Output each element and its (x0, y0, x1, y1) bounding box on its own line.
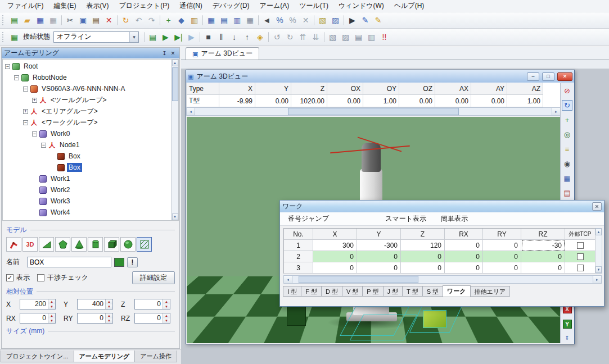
save-icon[interactable]: ▦ (47, 14, 60, 27)
work-cell-rz[interactable]: -30 (521, 240, 565, 251)
scroll-thumb[interactable] (299, 276, 419, 283)
emergency-icon[interactable]: !! (378, 30, 391, 43)
open-folder-icon[interactable]: ▰ (21, 14, 34, 27)
refresh-icon[interactable]: ↻ (119, 14, 132, 27)
work-cell-rz[interactable]: 0 (521, 262, 565, 274)
menu-item[interactable]: 編集(E) (48, 0, 81, 12)
pan-view-icon[interactable]: + (562, 115, 572, 125)
dialog-titlebar[interactable]: ワーク ✕ (280, 201, 604, 212)
sphere-shape-icon[interactable] (120, 237, 136, 252)
separator[interactable] (314, 15, 314, 25)
scroll-up-icon[interactable] (596, 229, 602, 235)
spin-down-icon[interactable] (48, 319, 55, 324)
scroll-thumb[interactable] (172, 67, 178, 101)
wedge-shape-icon[interactable] (39, 237, 54, 252)
work-cell-x[interactable]: 0 (313, 262, 357, 274)
simple-display-button[interactable]: 簡単表示 (437, 212, 472, 225)
import-3d-icon[interactable]: 3D (22, 237, 38, 252)
number-jump-button[interactable]: 番号ジャンプ (284, 212, 333, 225)
chart-view-icon[interactable]: ▤ (562, 188, 572, 198)
spin-up-icon[interactable] (163, 299, 170, 304)
tree-expander-icon[interactable] (32, 98, 37, 103)
work-cell-external-tcp[interactable] (565, 251, 596, 262)
close-button[interactable]: ✕ (557, 72, 572, 81)
run-to-end-icon[interactable]: ▶| (172, 30, 185, 43)
monitor2-icon[interactable]: ▨ (339, 30, 352, 43)
separator[interactable] (344, 15, 344, 25)
save-all-icon[interactable]: ▦ (34, 14, 47, 27)
connection-mode-select[interactable]: オフライン (53, 31, 139, 43)
window-tile-icon[interactable]: ▧ (316, 14, 329, 27)
cut-icon[interactable]: ✂ (64, 14, 76, 27)
work-cell-y[interactable]: 0 (357, 251, 401, 262)
paste-icon[interactable]: ▤ (89, 14, 102, 27)
pose-table-hscrollbar[interactable] (186, 107, 561, 116)
menu-item[interactable]: ツール(T) (294, 0, 333, 12)
redo-icon[interactable]: ↷ (145, 14, 158, 27)
tree-expander-icon[interactable] (5, 64, 10, 69)
tree-item[interactable]: Box (3, 151, 171, 162)
camera-icon[interactable]: ◉ (562, 158, 572, 169)
rotate-view-icon[interactable]: ↻ (562, 100, 572, 111)
name-input[interactable] (27, 257, 111, 267)
table-add-icon[interactable]: ▦ (205, 14, 218, 27)
pen-gold-icon[interactable]: ✎ (372, 14, 385, 27)
work-cell-rx[interactable]: 0 (445, 262, 483, 274)
spin-down-icon[interactable] (106, 304, 112, 310)
separator[interactable] (144, 32, 145, 42)
work-dialog-tab[interactable]: S 型 (422, 286, 443, 297)
menu-item[interactable]: 通信(N) (174, 0, 207, 12)
work-cell-external-tcp[interactable] (565, 240, 596, 251)
scale-tool-icon[interactable]: % (273, 14, 286, 27)
tree-item[interactable]: 人 <ワークグループ> (3, 117, 171, 128)
pin-icon[interactable] (160, 49, 169, 57)
cone-shape-icon[interactable] (71, 237, 87, 252)
work-dialog-tab[interactable]: P 型 (362, 286, 383, 297)
measure-off-icon[interactable]: ✕ (299, 14, 312, 27)
scroll-up-icon[interactable] (172, 60, 178, 66)
connection-board-icon[interactable]: ▦ (8, 30, 21, 43)
step-out-icon[interactable]: ↑ (241, 30, 254, 43)
separator[interactable] (117, 15, 118, 25)
step-in-icon[interactable]: ↓ (228, 30, 241, 43)
tree-item[interactable]: 人 Node1 (3, 139, 171, 151)
menu-item[interactable]: プロジェクト(P) (114, 0, 174, 12)
tree-expander-icon[interactable] (23, 120, 28, 125)
spin-down-icon[interactable] (163, 304, 170, 310)
work-cell-rz[interactable]: 0 (521, 251, 565, 262)
work-cell-z[interactable]: 0 (401, 251, 445, 262)
scroll-down-icon[interactable] (596, 266, 602, 273)
work-cell-z[interactable]: 0 (401, 262, 445, 274)
work-dialog-tab[interactable]: 排他エリア (470, 286, 511, 297)
position-input[interactable]: 0 (134, 313, 170, 324)
chevron-down-icon[interactable] (129, 32, 138, 42)
hand-icon[interactable]: ◈ (254, 30, 267, 43)
panel-tab[interactable]: アーム操作 (134, 351, 177, 362)
download-icon[interactable]: ⇊ (309, 30, 322, 43)
smart-display-button[interactable]: スマート表示 (381, 212, 430, 225)
close-icon[interactable] (169, 49, 177, 57)
tree-item[interactable]: Root (3, 61, 171, 72)
menu-item[interactable]: ウィンドウ(W) (333, 0, 389, 12)
robot-model-icon[interactable] (6, 237, 21, 252)
external-tcp-checkbox[interactable] (577, 253, 584, 260)
separator[interactable] (202, 15, 203, 25)
work-dialog-tab[interactable]: J 型 (383, 286, 403, 297)
scroll-left-icon[interactable] (187, 108, 195, 115)
work-cell-rx[interactable]: 0 (445, 251, 483, 262)
menu-item[interactable]: アーム(A) (255, 0, 295, 12)
display-checkbox[interactable]: ✓ (6, 274, 13, 281)
box-shape-icon[interactable] (104, 237, 119, 252)
spin-up-icon[interactable] (48, 299, 55, 304)
separator[interactable] (324, 32, 324, 42)
tree-item[interactable]: VS060A3-AV6-NNN-NNN-A (3, 83, 171, 94)
menu-item[interactable]: ヘルプ(H) (389, 0, 430, 12)
scroll-thumb[interactable] (288, 108, 459, 115)
panel-header[interactable]: アームモデリング (2, 48, 179, 58)
delete-icon[interactable]: ✕ (102, 14, 115, 27)
work-dialog-tab[interactable]: T 型 (402, 286, 423, 297)
tree-item[interactable]: Work2 (3, 184, 171, 195)
spin-up-icon[interactable] (106, 299, 112, 304)
tree-item[interactable]: Work0 (3, 128, 171, 139)
monitor-icon[interactable]: ▧ (326, 30, 339, 43)
